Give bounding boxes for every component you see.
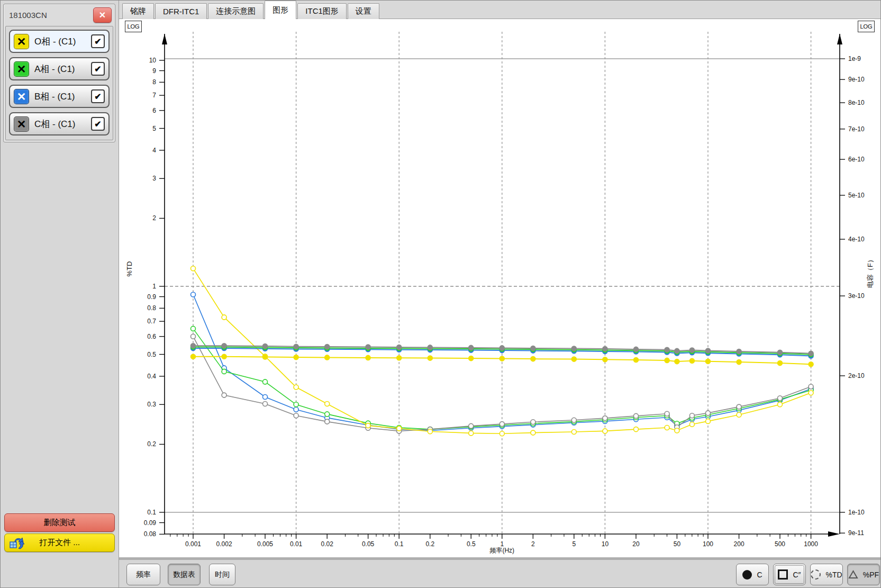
data-point-o-td[interactable] [571, 430, 576, 435]
data-point-o-td[interactable] [603, 429, 607, 433]
data-point-o-td[interactable] [689, 422, 694, 427]
data-point-a-td[interactable] [222, 369, 226, 374]
data-point-o-td[interactable] [222, 315, 226, 320]
data-point-o-td[interactable] [737, 412, 741, 417]
data-point-o-td[interactable] [469, 431, 474, 436]
data-point-o-cap[interactable] [531, 357, 535, 361]
data-point-c-td[interactable] [571, 418, 576, 422]
data-point-c-td[interactable] [222, 393, 226, 397]
open-file-button[interactable]: 打开文件 ... [4, 533, 115, 552]
legend-item-checkbox[interactable]: ✔ [91, 89, 105, 103]
data-point-c-cap[interactable] [665, 347, 669, 352]
data-point-c-td[interactable] [809, 384, 813, 389]
data-point-b-td[interactable] [263, 395, 268, 400]
data-point-o-td[interactable] [397, 426, 402, 431]
data-point-c-cap[interactable] [263, 344, 268, 349]
data-point-c-td[interactable] [191, 334, 196, 339]
data-point-o-cap[interactable] [809, 362, 813, 367]
data-point-b-td[interactable] [191, 292, 196, 297]
data-point-c-td[interactable] [665, 411, 669, 416]
legend-item-o-phase[interactable]: ✕O相 - (C1)✔ [9, 30, 110, 53]
data-point-o-cap[interactable] [571, 357, 576, 361]
data-point-o-cap[interactable] [603, 357, 607, 362]
data-point-o-cap[interactable] [294, 355, 298, 360]
data-point-o-cap[interactable] [469, 356, 474, 361]
data-point-c-td[interactable] [531, 420, 535, 424]
legend-item-checkbox[interactable]: ✔ [91, 62, 105, 76]
data-point-o-cap[interactable] [778, 361, 783, 366]
curve-toggle-%TD[interactable]: %TD [810, 564, 843, 585]
legend-item-b-phase[interactable]: ✕B相 - (C1)✔ [9, 85, 110, 108]
data-point-o-td[interactable] [294, 385, 298, 390]
tab-ITC1图形[interactable]: ITC1图形 [297, 3, 347, 19]
curve-toggle-C″[interactable]: C″ [773, 564, 806, 585]
data-point-o-cap[interactable] [366, 355, 370, 360]
data-point-c-td[interactable] [603, 416, 607, 421]
data-point-c-td[interactable] [689, 413, 694, 418]
data-point-c-cap[interactable] [634, 347, 639, 351]
curve-toggle-%PF[interactable]: %PF [847, 564, 880, 585]
legend-item-a-phase[interactable]: ✕A相 - (C1)✔ [9, 57, 110, 80]
log-scale-button-right[interactable]: LOG [858, 21, 875, 32]
data-point-c-td[interactable] [706, 411, 711, 415]
tab-连接示意图[interactable]: 连接示意图 [208, 3, 264, 19]
data-point-c-cap[interactable] [675, 348, 679, 353]
data-point-c-cap[interactable] [428, 345, 432, 350]
tab-设置[interactable]: 设置 [348, 3, 379, 19]
data-point-o-cap[interactable] [428, 356, 432, 360]
data-point-o-cap[interactable] [706, 359, 711, 364]
data-point-c-td[interactable] [778, 396, 783, 401]
data-point-c-cap[interactable] [706, 348, 711, 353]
tab-图形[interactable]: 图形 [265, 1, 296, 19]
data-point-c-cap[interactable] [737, 349, 741, 354]
data-point-o-cap[interactable] [397, 356, 402, 360]
data-point-c-td[interactable] [469, 423, 474, 428]
data-point-c-cap[interactable] [689, 348, 694, 352]
data-point-c-td[interactable] [737, 404, 741, 409]
bottom-button-时间[interactable]: 时间 [209, 564, 235, 585]
data-point-o-td[interactable] [531, 430, 535, 435]
legend-item-c-phase[interactable]: ✕C相 - (C1)✔ [9, 112, 110, 135]
tab-DFR-ITC1[interactable]: DFR-ITC1 [155, 3, 207, 19]
data-point-o-td[interactable] [665, 426, 669, 430]
data-point-o-cap[interactable] [665, 358, 669, 363]
data-point-o-cap[interactable] [675, 359, 679, 364]
data-point-c-td[interactable] [325, 419, 330, 424]
bottom-button-数据表[interactable]: 数据表 [168, 564, 201, 585]
data-point-c-cap[interactable] [778, 350, 783, 355]
data-point-c-cap[interactable] [294, 344, 298, 349]
data-point-c-cap[interactable] [469, 345, 474, 350]
legend-item-checkbox[interactable]: ✔ [91, 117, 105, 131]
data-point-o-cap[interactable] [191, 354, 196, 359]
data-point-o-td[interactable] [675, 428, 679, 433]
data-point-b-td[interactable] [294, 407, 298, 412]
data-point-a-td[interactable] [263, 379, 268, 384]
data-point-c-cap[interactable] [397, 345, 402, 350]
data-point-o-td[interactable] [366, 423, 370, 428]
bottom-button-频率[interactable]: 频率 [126, 564, 160, 585]
data-point-o-td[interactable] [706, 419, 711, 423]
data-point-o-td[interactable] [325, 402, 330, 406]
data-point-c-cap[interactable] [603, 347, 607, 351]
close-test-button[interactable]: ✕ [93, 7, 112, 23]
data-point-c-cap[interactable] [531, 346, 535, 351]
data-point-o-td[interactable] [191, 266, 196, 271]
data-point-o-cap[interactable] [689, 358, 694, 363]
data-point-c-cap[interactable] [499, 346, 504, 350]
data-point-a-td[interactable] [294, 402, 298, 407]
data-point-o-cap[interactable] [634, 358, 639, 363]
data-point-o-td[interactable] [778, 402, 783, 407]
data-point-c-cap[interactable] [366, 345, 370, 349]
data-point-c-td[interactable] [634, 413, 639, 418]
data-point-o-cap[interactable] [499, 356, 504, 361]
legend-item-checkbox[interactable]: ✔ [91, 34, 105, 48]
data-point-c-td[interactable] [263, 402, 268, 406]
data-point-o-cap[interactable] [222, 354, 226, 359]
data-point-c-cap[interactable] [191, 343, 196, 348]
data-point-c-td[interactable] [499, 422, 504, 427]
data-point-a-td[interactable] [325, 412, 330, 417]
data-point-o-cap[interactable] [325, 355, 330, 360]
delete-test-button[interactable]: 删除测试 [4, 513, 115, 532]
tab-铭牌[interactable]: 铭牌 [122, 3, 154, 19]
data-point-o-cap[interactable] [737, 360, 741, 365]
